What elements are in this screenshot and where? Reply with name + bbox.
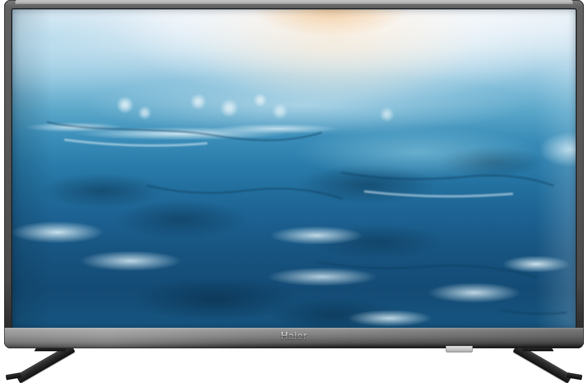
tv-screen-water-scene (12, 9, 576, 328)
brand-logo: Haier (5, 330, 583, 342)
tv-bottom-bezel: Haier (5, 328, 583, 348)
tv-top-edge-highlight (15, 0, 573, 4)
product-photo-tv: Haier (0, 0, 588, 383)
water-ripples-overlay (12, 9, 576, 328)
ir-sensor-power-tab (446, 346, 473, 352)
